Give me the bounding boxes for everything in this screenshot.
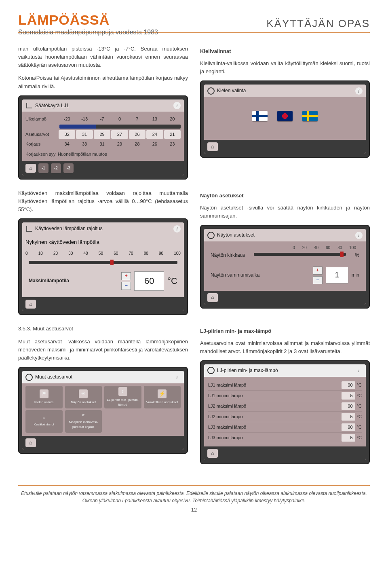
paragraph: Näytön asetukset -sivulla voi säätää näy…: [200, 204, 370, 220]
chart-icon: [25, 225, 33, 233]
field-label: Näytön kirkkaus: [211, 252, 245, 259]
menu-item[interactable]: ☼Kesätoiminnot: [25, 410, 63, 433]
list-item[interactable]: LJ2 minimi lämpö5°C: [208, 412, 362, 422]
temperature-slider[interactable]: [29, 261, 177, 264]
row-label: Korjauksen syy: [25, 151, 58, 158]
subsection-title: 3.5.3. Muut asetusarvot: [18, 325, 188, 333]
unit-label: min: [352, 271, 359, 279]
value-display: 60: [134, 271, 164, 291]
flag-fi[interactable]: [252, 111, 268, 121]
home-button[interactable]: ⌂: [25, 164, 36, 173]
unit-label: °C: [167, 274, 177, 288]
paragraph: Muut asetusarvot -valikossa voidaan määr…: [18, 338, 188, 362]
info-icon[interactable]: i: [173, 225, 181, 233]
panel-title: Säätökäyrä LJ1: [35, 102, 69, 110]
row-value: Huonelämpötilan muutos: [58, 151, 181, 158]
ui-kayttovesi: Käyttöveden lämpötilan rajoitus i Nykyin…: [18, 218, 188, 315]
row-label: Asetusarvot: [25, 131, 58, 138]
home-button[interactable]: ⌂: [207, 142, 218, 151]
slider-bar[interactable]: [59, 125, 181, 129]
gear-icon: [207, 87, 215, 95]
paragraph: Käyttöveden maksimilämpötilaa voidaan ra…: [18, 189, 188, 214]
sub-title: Nykyinen käyttöveden lämpötila: [25, 238, 181, 246]
chip[interactable]: -1: [38, 163, 48, 173]
list-item[interactable]: LJ2 maksimi lämpö90°C: [208, 401, 362, 412]
unit-label: %: [355, 252, 359, 259]
menu-item[interactable]: ☀Näytön asetukset: [65, 386, 102, 408]
list-item[interactable]: LJ3 maksimi lämpö90°C: [208, 422, 362, 433]
menu-item[interactable]: ↕LJ-piirien min- ja max-lämpö: [104, 386, 141, 408]
paragraph: man ulkolämpötilan pisteissä -13°C ja -7…: [18, 45, 188, 69]
field-label: Näytön sammumisaika: [211, 271, 259, 279]
ui-lj-piirit: LJ-piirien min- ja max-lämpö i LJ1 maksi…: [200, 360, 370, 464]
plus-button[interactable]: +: [121, 272, 131, 280]
page-number: 12: [18, 507, 370, 513]
section-title: Näytön asetukset: [200, 192, 370, 200]
info-icon[interactable]: i: [173, 374, 181, 381]
minus-button[interactable]: −: [313, 276, 323, 284]
flag-se[interactable]: [302, 111, 318, 121]
chip[interactable]: -3: [63, 163, 74, 173]
list-item[interactable]: LJ1 minimi lämpö5°C: [208, 391, 362, 401]
brightness-slider[interactable]: [254, 253, 346, 256]
home-button[interactable]: ⌂: [25, 438, 36, 447]
list-item[interactable]: LJ1 maksimi lämpö90°C: [208, 380, 362, 391]
ui-kielen-valinta: Kielen valinta i ⌂: [200, 80, 370, 158]
info-icon[interactable]: i: [173, 102, 181, 109]
field-label: Maksimilämpötila: [29, 277, 69, 285]
panel-title: LJ-piirien min- ja max-lämpö: [217, 367, 278, 374]
ui-saatokayra: Säätökäyrä LJ1 i Ulkolämpö -20 -13 -7 0 …: [18, 95, 188, 180]
gear-icon: [207, 367, 215, 374]
paragraph: Kotona/Poissa tai Ajastustoiminnon aiheu…: [18, 74, 188, 90]
plus-button[interactable]: +: [313, 267, 323, 275]
row-label: Ulkolämpö: [25, 116, 58, 123]
chip[interactable]: -2: [51, 163, 61, 173]
row-label: Korjaus: [25, 141, 58, 148]
panel-title: Käyttöveden lämpötilan rajoitus: [35, 225, 103, 233]
menu-item[interactable]: ⚑Kielen valinta: [25, 386, 63, 408]
paragraph: Kielivalinta-valikossa voidaan valita kä…: [200, 59, 370, 76]
chart-icon: [25, 102, 33, 109]
info-icon[interactable]: i: [355, 367, 363, 374]
ui-muut-asetusarvot: Muut asetusarvot i ⚑Kielen valinta ☀Näyt…: [18, 367, 188, 454]
info-icon[interactable]: i: [355, 232, 363, 239]
value-display: 1: [326, 267, 348, 284]
home-button[interactable]: ⌂: [207, 293, 218, 302]
gear-icon: [25, 374, 33, 381]
section-title: Kielivalinnat: [200, 47, 370, 55]
section-title: LJ-piirien min- ja max-lämpö: [200, 327, 370, 335]
home-button[interactable]: ⌂: [207, 449, 218, 458]
panel-title: Muut asetusarvot: [35, 373, 72, 381]
flag-uk[interactable]: [277, 111, 293, 121]
list-item[interactable]: LJ3 minimi lämpö5°C: [208, 433, 362, 443]
paragraph: Asetusarvoina ovat minimiarvoissa alimma…: [200, 339, 370, 355]
footer-note: Etusivulle palataan näytön vasemmassa al…: [18, 485, 370, 504]
gear-icon: [207, 232, 215, 239]
page-header: LÄMPÖÄSSÄ Suomalaisia maalämpöpumppuja v…: [18, 12, 370, 33]
info-icon[interactable]: i: [355, 87, 363, 95]
panel-title: Näytön asetukset: [217, 231, 255, 239]
minus-button[interactable]: −: [121, 282, 131, 290]
ui-nayton-asetukset: Näytön asetukset i 0 20 40 60 80 100: [200, 225, 370, 308]
menu-item[interactable]: ⟳Maapiirin kiertovesi-pumpun ohjaus: [65, 410, 102, 433]
home-button[interactable]: ⌂: [25, 300, 36, 309]
menu-item[interactable]: ⚡Varolaitteen asetukset: [144, 386, 181, 408]
panel-title: Kielen valinta: [217, 87, 246, 95]
